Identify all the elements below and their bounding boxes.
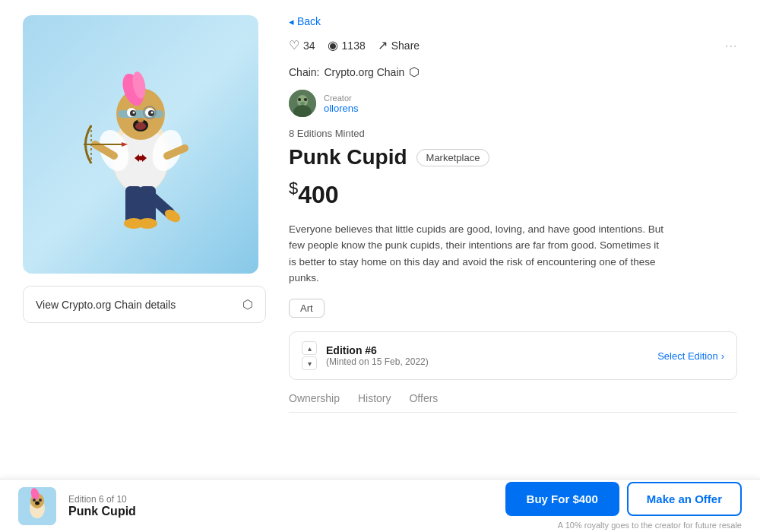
share-button[interactable]: ↗ Share — [378, 38, 420, 52]
editions-minted: 8 Editions Minted — [289, 128, 737, 139]
buy-button[interactable]: Buy For $400 — [505, 482, 619, 516]
chain-label: Chain: — [289, 66, 319, 78]
svg-point-36 — [304, 98, 307, 101]
edition-up-button[interactable]: ▴ — [302, 341, 317, 355]
svg-point-14 — [151, 112, 154, 114]
svg-rect-8 — [118, 110, 163, 118]
more-options-button[interactable]: ··· — [724, 36, 737, 54]
chain-logo-icon: ⬡ — [409, 65, 420, 79]
svg-point-42 — [33, 499, 36, 502]
bottom-edition-label: Edition 6 of 10 — [68, 494, 493, 505]
tab-history[interactable]: History — [358, 392, 391, 412]
creator-name[interactable]: ollorens — [324, 103, 359, 114]
like-button[interactable]: ♡ 34 — [289, 38, 315, 52]
tab-offers[interactable]: Offers — [409, 392, 438, 412]
back-arrow-icon: ◂ — [289, 16, 294, 27]
chain-details-label: View Crypto.org Chain details — [36, 299, 176, 311]
nft-price: $400 — [289, 179, 737, 209]
marketplace-badge[interactable]: Marketplace — [416, 149, 490, 166]
edition-date: (Minted on 15 Feb, 2022) — [326, 356, 648, 367]
edition-down-button[interactable]: ▾ — [302, 356, 317, 370]
chain-details-box[interactable]: View Crypto.org Chain details ⬡ — [23, 286, 266, 323]
edition-arrows: ▴ ▾ — [302, 341, 317, 370]
tabs-row: Ownership History Offers — [289, 392, 737, 413]
nft-description: Everyone believes that little cupids are… — [289, 221, 669, 287]
back-button[interactable]: ◂ Back — [289, 15, 737, 27]
svg-point-17 — [135, 122, 146, 130]
bottom-bar: Edition 6 of 10 Punk Cupid Buy For $400 … — [0, 479, 760, 532]
svg-point-4 — [138, 156, 143, 160]
eye-icon: ◉ — [328, 38, 338, 52]
view-button: ◉ 1138 — [328, 38, 366, 52]
svg-point-18 — [138, 118, 144, 122]
external-link-icon: ⬡ — [242, 297, 253, 312]
like-count: 34 — [303, 40, 315, 52]
tab-ownership[interactable]: Ownership — [289, 392, 340, 412]
price-value: 400 — [298, 181, 338, 208]
make-offer-button[interactable]: Make an Offer — [627, 482, 742, 516]
share-icon: ↗ — [378, 38, 388, 52]
svg-point-43 — [39, 499, 42, 502]
bottom-nft-thumb — [18, 487, 56, 525]
select-edition-button[interactable]: Select Edition › — [657, 350, 724, 362]
select-edition-chevron-icon: › — [721, 350, 724, 362]
nft-image — [23, 15, 258, 274]
bottom-nft-title: Punk Cupid — [68, 505, 493, 518]
chain-name: Crypto.org Chain — [324, 66, 404, 78]
svg-point-44 — [35, 501, 40, 505]
svg-point-35 — [298, 98, 301, 101]
edition-number: Edition #6 — [326, 344, 648, 356]
royalty-note: A 10% royalty goes to the creator for fu… — [558, 521, 742, 530]
avatar — [289, 90, 316, 117]
art-tag[interactable]: Art — [289, 299, 325, 318]
svg-point-13 — [133, 112, 135, 114]
edition-selector: ▴ ▾ Edition #6 (Minted on 15 Feb, 2022) … — [289, 331, 737, 380]
nft-title: Punk Cupid — [289, 145, 407, 169]
svg-point-29 — [138, 218, 157, 229]
view-count: 1138 — [342, 40, 366, 52]
svg-point-37 — [300, 102, 305, 105]
select-edition-label: Select Edition — [657, 350, 718, 362]
creator-label: Creator — [324, 93, 359, 103]
back-label: Back — [297, 15, 321, 27]
price-symbol: $ — [289, 179, 298, 198]
share-label: Share — [391, 40, 420, 52]
heart-icon: ♡ — [289, 38, 299, 52]
